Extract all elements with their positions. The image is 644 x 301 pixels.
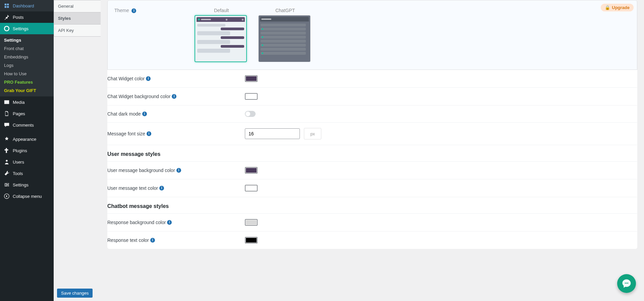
submenu: Settings Front chat Embeddings Logs How … (0, 34, 54, 96)
plugins-icon (3, 147, 10, 154)
menu-label: Tools (13, 171, 23, 176)
menu-label: Settings (13, 26, 29, 31)
pin-icon (3, 14, 10, 20)
submenu-front-chat[interactable]: Front chat (0, 44, 54, 53)
info-icon[interactable]: i (150, 238, 155, 243)
collapse-menu[interactable]: Collapse menu (0, 190, 54, 202)
info-icon[interactable]: i (159, 186, 164, 190)
svg-point-5 (8, 185, 9, 186)
menu-label: Appearance (13, 137, 36, 142)
settings-tabs: General Styles API Key (54, 0, 101, 249)
toggle-dark-mode[interactable] (245, 111, 256, 117)
menu-settings[interactable]: Settings (0, 179, 54, 190)
row-response-bg: Response background colori (107, 214, 637, 231)
svg-point-1 (5, 27, 9, 31)
row-chat-widget-bg: Chat Widget background colori (107, 88, 637, 105)
info-icon[interactable]: i (176, 168, 181, 173)
settings-panel: 🔒 Upgrade Theme i Default (107, 0, 637, 249)
info-icon[interactable]: i (142, 112, 147, 116)
info-icon[interactable]: i (146, 76, 151, 81)
row-chat-widget-color: Chat Widget colori (107, 70, 637, 88)
svg-point-4 (4, 184, 5, 185)
menu-label: Pages (13, 111, 25, 116)
info-icon[interactable]: i (167, 220, 172, 225)
users-icon (3, 159, 10, 165)
appearance-icon (3, 136, 10, 142)
submenu-embeddings[interactable]: Embeddings (0, 53, 54, 61)
submenu-logs[interactable]: Logs (0, 61, 54, 70)
collapse-icon (3, 193, 10, 200)
menu-plugin-settings[interactable]: Settings (0, 23, 54, 34)
color-chat-widget[interactable] (245, 75, 258, 82)
settings-icon (3, 181, 10, 188)
theme-chatgpt-preview (258, 15, 311, 62)
info-icon[interactable]: i (172, 94, 176, 99)
main-content: General Styles API Key 🔒 Upgrade Theme i… (54, 0, 644, 276)
menu-comments[interactable]: Comments (0, 119, 54, 131)
row-dark-mode: Chat dark modei (107, 105, 637, 123)
theme-option-chatgpt[interactable]: ChatGPT (258, 8, 312, 62)
info-icon[interactable]: i (147, 131, 151, 136)
submenu-gift[interactable]: Grab Your GIFT (0, 86, 54, 95)
submenu-pro[interactable]: PRO Features (0, 78, 54, 86)
dashboard-icon (3, 2, 10, 9)
menu-appearance[interactable]: Appearance (0, 133, 54, 145)
svg-point-3 (8, 183, 9, 184)
lock-icon: 🔒 (605, 5, 610, 10)
info-icon[interactable]: i (131, 8, 136, 13)
menu-label: Comments (13, 123, 34, 128)
menu-label: Media (13, 100, 24, 105)
comments-icon (3, 122, 10, 128)
svg-point-2 (6, 160, 7, 162)
pages-icon (3, 110, 10, 117)
menu-label: Collapse menu (13, 194, 42, 199)
color-user-text[interactable] (245, 185, 258, 191)
input-font-size[interactable] (245, 128, 300, 139)
tools-icon (3, 170, 10, 177)
admin-sidebar: Dashboard Posts Settings Settings Front … (0, 0, 54, 276)
theme-label: Theme i (114, 8, 136, 13)
color-response-text[interactable] (245, 237, 258, 244)
color-chat-widget-bg[interactable] (245, 93, 258, 100)
menu-plugins[interactable]: Plugins (0, 145, 54, 156)
menu-label: Dashboard (13, 3, 34, 8)
upgrade-label: Upgrade (612, 5, 630, 10)
theme-section: 🔒 Upgrade Theme i Default (107, 0, 637, 70)
section-user-styles: User message styles (107, 145, 637, 161)
row-user-bg: User message background colori (107, 162, 637, 179)
menu-media[interactable]: Media (0, 96, 54, 108)
submenu-howto[interactable]: How to Use (0, 70, 54, 78)
menu-dashboard[interactable]: Dashboard (0, 0, 54, 11)
plugin-icon (3, 25, 10, 32)
section-bot-styles: Chatbot message styles (107, 197, 637, 213)
menu-tools[interactable]: Tools (0, 168, 54, 179)
theme-default-preview (195, 15, 247, 62)
upgrade-button[interactable]: 🔒 Upgrade (601, 4, 634, 11)
unit-px: px (304, 128, 321, 139)
menu-pages[interactable]: Pages (0, 108, 54, 119)
media-icon (3, 99, 10, 105)
tab-general[interactable]: General (54, 0, 101, 12)
row-response-text: Response text colori (107, 231, 637, 249)
menu-label: Users (13, 160, 24, 165)
color-response-bg[interactable] (245, 219, 258, 226)
color-user-bg[interactable] (245, 167, 258, 174)
tab-api-key[interactable]: API Key (54, 24, 101, 37)
menu-label: Settings (13, 182, 29, 187)
theme-option-default[interactable]: Default (195, 8, 248, 62)
submenu-settings[interactable]: Settings (0, 36, 54, 44)
menu-label: Plugins (13, 148, 27, 153)
menu-label: Posts (13, 15, 24, 20)
menu-posts[interactable]: Posts (0, 11, 54, 23)
tab-styles[interactable]: Styles (54, 12, 101, 24)
row-font-size: Message font sizei px (107, 123, 637, 145)
menu-users[interactable]: Users (0, 156, 54, 168)
row-user-text: User message text colori (107, 179, 637, 197)
